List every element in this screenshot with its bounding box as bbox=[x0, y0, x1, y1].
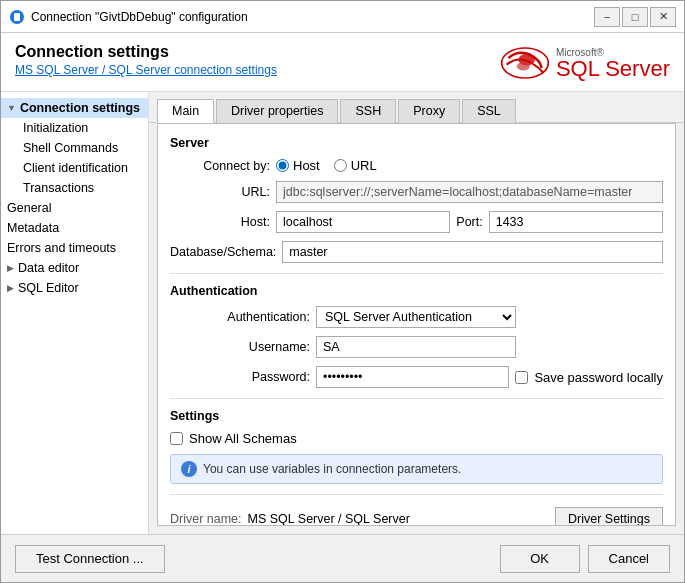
info-box: i You can use variables in connection pa… bbox=[170, 454, 663, 484]
sidebar-item-label: Errors and timeouts bbox=[7, 241, 116, 255]
tab-proxy[interactable]: Proxy bbox=[398, 99, 460, 123]
sql-logo-icon bbox=[500, 43, 550, 83]
radio-url-label: URL bbox=[351, 158, 377, 173]
svg-rect-1 bbox=[14, 13, 20, 21]
svg-point-4 bbox=[517, 62, 530, 70]
username-input[interactable] bbox=[316, 336, 516, 358]
sidebar-item-label: Shell Commands bbox=[23, 141, 118, 155]
tab-main[interactable]: Main bbox=[157, 99, 214, 123]
divider-3 bbox=[170, 494, 663, 495]
url-input[interactable] bbox=[276, 181, 663, 203]
sidebar-item-metadata[interactable]: Metadata bbox=[1, 218, 148, 238]
connect-by-label: Connect by: bbox=[170, 159, 270, 173]
sidebar-item-label: Client identification bbox=[23, 161, 128, 175]
driver-name: MS SQL Server / SQL Server bbox=[248, 512, 555, 526]
sidebar-item-errors-timeouts[interactable]: Errors and timeouts bbox=[1, 238, 148, 258]
sidebar-item-label: Connection settings bbox=[20, 101, 140, 115]
chevron-right-icon: ▶ bbox=[7, 263, 14, 273]
page-title: Connection settings bbox=[15, 43, 277, 61]
sidebar-item-client-identification[interactable]: Client identification bbox=[1, 158, 148, 178]
password-label: Password: bbox=[170, 370, 310, 384]
tab-ssl[interactable]: SSL bbox=[462, 99, 516, 123]
header-text: Connection settings MS SQL Server / SQL … bbox=[15, 43, 277, 77]
sidebar-item-label: General bbox=[7, 201, 51, 215]
main-window: Connection "GivtDbDebug" configuration −… bbox=[0, 0, 685, 583]
username-row: Username: bbox=[170, 336, 663, 358]
show-all-schemas-row: Show All Schemas bbox=[170, 431, 663, 446]
sidebar-item-connection-settings[interactable]: ▼ Connection settings bbox=[1, 98, 148, 118]
sql-server-label: SQL Server bbox=[556, 58, 670, 80]
show-all-schemas-label: Show All Schemas bbox=[189, 431, 297, 446]
sidebar-item-sql-editor[interactable]: ▶ SQL Editor bbox=[1, 278, 148, 298]
sidebar-item-label: Initialization bbox=[23, 121, 88, 135]
driver-label: Driver name: bbox=[170, 512, 242, 526]
window-controls: − □ ✕ bbox=[594, 7, 676, 27]
tab-driver-properties[interactable]: Driver properties bbox=[216, 99, 338, 123]
save-password-label: Save password locally bbox=[534, 370, 663, 385]
sidebar-item-label: Transactions bbox=[23, 181, 94, 195]
sidebar-item-label: Metadata bbox=[7, 221, 59, 235]
close-button[interactable]: ✕ bbox=[650, 7, 676, 27]
save-password-checkbox[interactable] bbox=[515, 371, 528, 384]
connect-by-radio-group: Host URL bbox=[276, 158, 377, 173]
radio-option-url[interactable]: URL bbox=[334, 158, 377, 173]
sidebar-item-label: Data editor bbox=[18, 261, 79, 275]
title-bar: Connection "GivtDbDebug" configuration −… bbox=[1, 1, 684, 33]
server-section-title: Server bbox=[170, 136, 663, 150]
content-area: ▼ Connection settings Initialization She… bbox=[1, 92, 684, 534]
window-title: Connection "GivtDbDebug" configuration bbox=[31, 10, 594, 24]
url-row: URL: bbox=[170, 181, 663, 203]
radio-host[interactable] bbox=[276, 159, 289, 172]
auth-label: Authentication: bbox=[170, 310, 310, 324]
ok-button[interactable]: OK bbox=[500, 545, 580, 573]
url-label: URL: bbox=[170, 185, 270, 199]
chevron-down-icon: ▼ bbox=[7, 103, 16, 113]
host-input[interactable] bbox=[276, 211, 450, 233]
header-subtitle[interactable]: MS SQL Server / SQL Server connection se… bbox=[15, 63, 277, 77]
divider-2 bbox=[170, 398, 663, 399]
radio-option-host[interactable]: Host bbox=[276, 158, 320, 173]
sidebar-item-transactions[interactable]: Transactions bbox=[1, 178, 148, 198]
database-input[interactable] bbox=[282, 241, 663, 263]
database-label: Database/Schema: bbox=[170, 245, 276, 259]
tab-ssh[interactable]: SSH bbox=[340, 99, 396, 123]
sidebar-item-label: SQL Editor bbox=[18, 281, 79, 295]
test-connection-button[interactable]: Test Connection ... bbox=[15, 545, 165, 573]
show-all-schemas-checkbox[interactable] bbox=[170, 432, 183, 445]
footer-left: Test Connection ... bbox=[15, 545, 500, 573]
sidebar-item-data-editor[interactable]: ▶ Data editor bbox=[1, 258, 148, 278]
sql-server-logo: Microsoft® SQL Server bbox=[500, 43, 670, 83]
radio-host-label: Host bbox=[293, 158, 320, 173]
radio-url[interactable] bbox=[334, 159, 347, 172]
host-row: Host: Port: bbox=[170, 211, 663, 233]
cancel-button[interactable]: Cancel bbox=[588, 545, 670, 573]
settings-section-title: Settings bbox=[170, 409, 663, 423]
tab-bar: Main Driver properties SSH Proxy SSL bbox=[149, 92, 684, 123]
sidebar-item-general[interactable]: General bbox=[1, 198, 148, 218]
auth-select[interactable]: SQL Server Authentication Windows Authen… bbox=[316, 306, 516, 328]
logo-text-block: Microsoft® SQL Server bbox=[556, 47, 670, 80]
form-content: Server Connect by: Host URL bbox=[157, 123, 676, 526]
database-row: Database/Schema: bbox=[170, 241, 663, 263]
driver-settings-button[interactable]: Driver Settings bbox=[555, 507, 663, 526]
driver-row: Driver name: MS SQL Server / SQL Server … bbox=[170, 507, 663, 526]
main-panel: Main Driver properties SSH Proxy SSL Ser bbox=[149, 92, 684, 534]
connect-by-row: Connect by: Host URL bbox=[170, 158, 663, 173]
sidebar-item-initialization[interactable]: Initialization bbox=[1, 118, 148, 138]
host-label: Host: bbox=[170, 215, 270, 229]
password-input[interactable] bbox=[316, 366, 509, 388]
maximize-button[interactable]: □ bbox=[622, 7, 648, 27]
chevron-right-icon: ▶ bbox=[7, 283, 14, 293]
window-header: Connection settings MS SQL Server / SQL … bbox=[1, 33, 684, 92]
minimize-button[interactable]: − bbox=[594, 7, 620, 27]
auth-section-title: Authentication bbox=[170, 284, 663, 298]
auth-type-row: Authentication: SQL Server Authenticatio… bbox=[170, 306, 663, 328]
footer-right: OK Cancel bbox=[500, 545, 670, 573]
sidebar-item-shell-commands[interactable]: Shell Commands bbox=[1, 138, 148, 158]
host-port-group: Port: bbox=[276, 211, 663, 233]
port-input[interactable] bbox=[489, 211, 663, 233]
app-icon bbox=[9, 9, 25, 25]
port-label: Port: bbox=[456, 215, 482, 229]
divider-1 bbox=[170, 273, 663, 274]
info-text: You can use variables in connection para… bbox=[203, 462, 461, 476]
